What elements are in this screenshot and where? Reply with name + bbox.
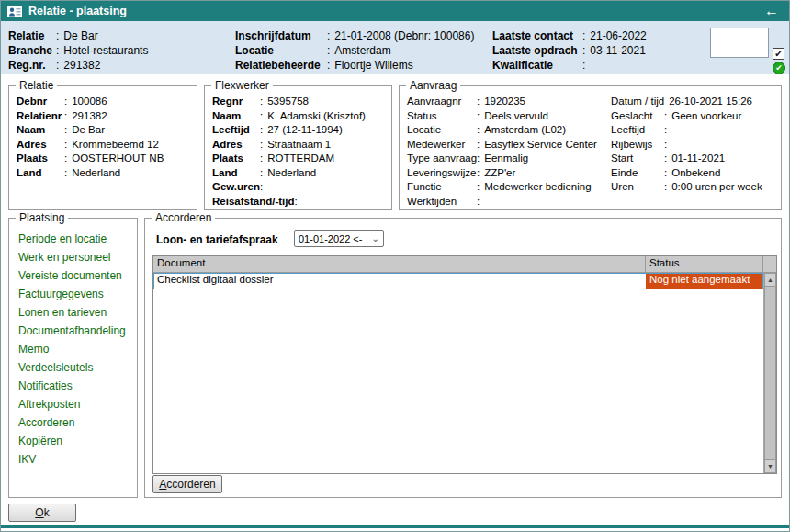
field-label: Branche [8, 43, 56, 58]
loon-tariefafspraak-label: Loon- en tariefafspraak [156, 233, 278, 246]
field-row: Naam : K. Adamski (Krisztof) [205, 109, 391, 124]
field-label: Uren [611, 180, 664, 195]
separator: : [582, 28, 590, 43]
separator: : [260, 123, 267, 138]
field-row: Einde : Onbekend [604, 166, 762, 181]
separator: : [664, 109, 672, 124]
field-row: Reisafstand/-tijd : [205, 195, 391, 209]
scroll-up-icon[interactable]: ▲ [764, 273, 776, 287]
sidebar-item-memo[interactable]: Memo [9, 340, 137, 358]
sidebar-item-vereiste-documenten[interactable]: Vereiste documenten [9, 266, 137, 285]
relation-card-icon [7, 6, 22, 17]
ok-button[interactable]: Ok [8, 504, 76, 522]
field-row: Leeftijd : [604, 123, 762, 138]
field-row: Geslacht : Geen voorkeur [604, 109, 762, 124]
field-label: Rijbewijs [611, 138, 664, 153]
column-header-document[interactable]: Document [153, 256, 646, 273]
sidebar-item-notificaties[interactable]: Notificaties [9, 377, 137, 395]
window-title: Relatie - plaatsing [28, 5, 761, 17]
field-label: Naam [212, 109, 260, 124]
separator: : [327, 43, 334, 58]
field-value: 5395758 [267, 95, 309, 109]
accorderen-button[interactable]: Accorderen [152, 475, 222, 493]
field-label: Leeftijd [212, 123, 260, 138]
field-value: Straatnaam 1 [267, 138, 331, 153]
table-body: Checklist digitaal dossier Nog niet aang… [153, 273, 776, 473]
column-header-filler [763, 256, 776, 273]
document-cell[interactable]: Checklist digitaal dossier [153, 273, 646, 289]
vertical-scrollbar[interactable]: ▲ ▼ [763, 273, 776, 473]
field-label: Einde [611, 166, 664, 181]
separator: : [260, 166, 267, 181]
field-value: Amsterdam [334, 43, 390, 58]
aanvraag-left-column: Aanvraagnr : 1920235 Status : Deels verv… [400, 95, 597, 209]
field-value: Geen voorkeur [672, 109, 741, 124]
scroll-down-icon[interactable]: ▼ [764, 459, 776, 473]
sidebar-item-kopieren[interactable]: Kopiëren [9, 432, 137, 450]
sidebar-item-verdeelsleutels[interactable]: Verdeelsleutels [9, 358, 137, 377]
separator: : [64, 123, 72, 138]
field-value: 291382 [72, 109, 107, 124]
flexwerker-groupbox: Flexwerker Regnr : 5395758 Naam : K. Ada… [204, 85, 392, 210]
field-label: Plaats [212, 152, 260, 166]
field-value: Eenmalig [484, 152, 528, 166]
field-label: Regnr [212, 95, 260, 109]
field-value: Easyflex Service Center [484, 138, 597, 153]
field-label: Werktijden [407, 195, 477, 209]
field-label: Reisafstand/-tijd [212, 195, 294, 209]
sidebar-item-documentafhandeling[interactable]: Documentafhandeling [9, 322, 137, 340]
sidebar-item-factuurgegevens[interactable]: Factuurgegevens [9, 285, 137, 303]
separator: : [294, 195, 301, 209]
groupbox-legend: Aanvraag [406, 79, 460, 92]
sidebar-item-ikv[interactable]: IKV [9, 450, 137, 469]
field-row: Type aanvraag : Eenmalig [400, 152, 597, 166]
sidebar-item-werk-en-personeel[interactable]: Werk en personeel [9, 248, 137, 266]
field-row: Medewerker : Easyflex Service Center [400, 138, 597, 153]
back-arrow-button[interactable]: ← [761, 1, 783, 21]
separator: : [477, 95, 484, 109]
separator: : [64, 138, 72, 153]
sidebar-item-periode-en-locatie[interactable]: Periode en locatie [9, 230, 137, 248]
table-row[interactable]: Checklist digitaal dossier Nog niet aang… [153, 273, 763, 289]
field-label: Start [611, 152, 664, 166]
separator: : [260, 95, 267, 109]
table-header-row: Document Status [153, 256, 776, 273]
field-label: Laatste opdrach [492, 43, 582, 58]
separator: : [56, 58, 63, 73]
loon-tariefafspraak-select[interactable]: 01-01-2022 <- ⌄ [294, 230, 384, 247]
separator: : [664, 123, 672, 138]
button-mnemonic: O [35, 506, 43, 519]
separator: : [477, 180, 484, 195]
header-checkbox[interactable]: ✔ [773, 48, 784, 60]
dropdown-selected-value: 01-01-2022 <- [299, 233, 362, 244]
sidebar-item-accorderen[interactable]: Accorderen [9, 413, 137, 432]
field-row: Relatienr : 291382 [9, 109, 197, 124]
field-label: Plaats [17, 152, 64, 166]
field-row: Debnr : 100086 [9, 95, 197, 109]
field-row: Aanvraagnr : 1920235 [400, 95, 597, 109]
scrollbar-thumb[interactable] [764, 287, 776, 459]
header-field: Branche : Hotel-restaurants [8, 43, 148, 58]
groupbox-legend: Flexwerker [211, 79, 273, 92]
field-row: Locatie : Amsterdam (L02) [400, 123, 597, 138]
field-row: Werktijden : [400, 195, 597, 209]
field-row: Start : 01-11-2021 [604, 152, 762, 166]
status-ok-icon: ✔ [773, 62, 785, 74]
sidebar-item-lonen-en-tarieven[interactable]: Lonen en tarieven [9, 303, 137, 322]
separator: : [477, 152, 484, 166]
field-value: 21-06-2022 [590, 28, 646, 43]
field-row: Regnr : 5395758 [205, 95, 391, 109]
header-field: Laatste opdrach : 03-11-2021 [492, 43, 647, 58]
field-label: Locatie [407, 123, 477, 138]
field-row: Adres : Krommebeemd 12 [9, 138, 197, 153]
relatie-plaatsing-window: Relatie - plaatsing ← Relatie : De Bar B… [0, 0, 790, 532]
separator: : [477, 195, 484, 209]
field-label: Naam [17, 123, 64, 138]
sidebar-item-aftrekposten[interactable]: Aftrekposten [9, 395, 137, 413]
column-header-status[interactable]: Status [646, 256, 763, 273]
field-label: Adres [212, 138, 260, 153]
field-row: Uren : 0:00 uren per week [604, 180, 762, 195]
groupbox-legend: Plaatsing [16, 211, 68, 224]
header-info-bar: Relatie : De Bar Branche : Hotel-restaur… [1, 21, 789, 74]
separator: : [56, 28, 63, 43]
